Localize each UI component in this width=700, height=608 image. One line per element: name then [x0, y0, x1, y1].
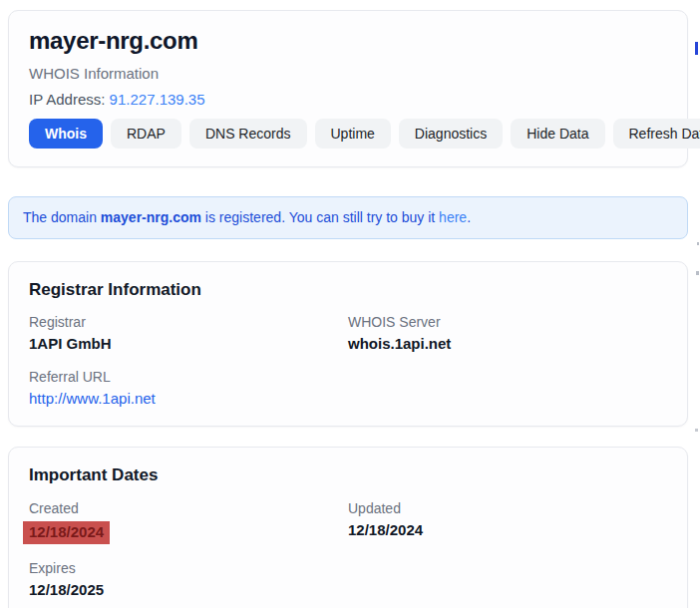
field-label: Referral URL: [29, 369, 348, 385]
field-registrar: Registrar 1API GmbH: [29, 314, 348, 353]
important-dates-card: Important Dates Created 12/18/2024 Updat…: [8, 447, 688, 608]
field-label: Created: [29, 500, 348, 516]
field-label: Updated: [348, 500, 667, 516]
field-updated: Updated 12/18/2024: [348, 500, 667, 544]
dates-card-title: Important Dates: [29, 465, 667, 485]
whois-page: mayer-nrg.com WHOIS Information IP Addre…: [0, 0, 700, 608]
domain-header-card: mayer-nrg.com WHOIS Information IP Addre…: [8, 10, 688, 167]
registrar-information-card: Registrar Information Registrar 1API Gmb…: [8, 261, 688, 428]
banner-text-before: The domain: [23, 209, 101, 225]
ip-address-link[interactable]: 91.227.139.35: [110, 91, 205, 108]
clipped-content-fragment: [696, 271, 699, 275]
field-created: Created 12/18/2024: [29, 500, 348, 544]
clipped-content-fragment: [695, 42, 698, 55]
tab-hide-data[interactable]: Hide Data: [511, 119, 604, 149]
tab-whois[interactable]: Whois: [29, 119, 103, 149]
clipped-content-fragment: [695, 429, 698, 432]
dates-field-grid: Created 12/18/2024 Updated 12/18/2024 Ex…: [29, 500, 667, 599]
tab-bar: Whois RDAP DNS Records Uptime Diagnostic…: [29, 119, 667, 149]
field-label: Registrar: [29, 314, 348, 330]
field-value: whois.1api.net: [348, 335, 667, 353]
field-label: WHOIS Server: [348, 314, 667, 330]
registered-notice-banner: The domain mayer-nrg.com is registered. …: [8, 196, 688, 239]
field-value: 12/18/2025: [29, 581, 348, 599]
tab-refresh-data[interactable]: Refresh Data: [613, 119, 700, 149]
tab-diagnostics[interactable]: Diagnostics: [399, 119, 503, 149]
field-expires: Expires 12/18/2025: [29, 560, 348, 599]
created-date-highlighted: 12/18/2024: [23, 521, 110, 544]
whois-subtitle: WHOIS Information: [29, 65, 667, 82]
field-whois-server: WHOIS Server whois.1api.net: [348, 314, 667, 353]
registrar-field-grid: Registrar 1API GmbH WHOIS Server whois.1…: [29, 314, 667, 408]
banner-text-middle: is registered. You can still try to buy …: [201, 209, 439, 225]
banner-domain: mayer-nrg.com: [101, 209, 201, 225]
field-value: 12/18/2024: [348, 521, 667, 539]
ip-address-line: IP Address: 91.227.139.35: [29, 91, 667, 108]
page-title: mayer-nrg.com: [29, 27, 667, 55]
registrar-card-title: Registrar Information: [29, 280, 667, 300]
field-value: 1API GmbH: [29, 335, 348, 353]
tab-uptime[interactable]: Uptime: [315, 119, 391, 149]
ip-address-label: IP Address:: [29, 91, 110, 108]
tab-dns-records[interactable]: DNS Records: [189, 119, 307, 149]
field-label: Expires: [29, 560, 348, 576]
tab-rdap[interactable]: RDAP: [111, 119, 181, 149]
banner-text-after: .: [467, 209, 471, 225]
field-empty: [348, 369, 667, 408]
field-referral-url: Referral URL http://www.1api.net: [29, 369, 348, 408]
clipped-content-fragment: [697, 242, 699, 245]
referral-url-link[interactable]: http://www.1api.net: [29, 390, 156, 407]
buy-here-link[interactable]: here: [439, 209, 467, 225]
field-empty: [348, 560, 667, 599]
